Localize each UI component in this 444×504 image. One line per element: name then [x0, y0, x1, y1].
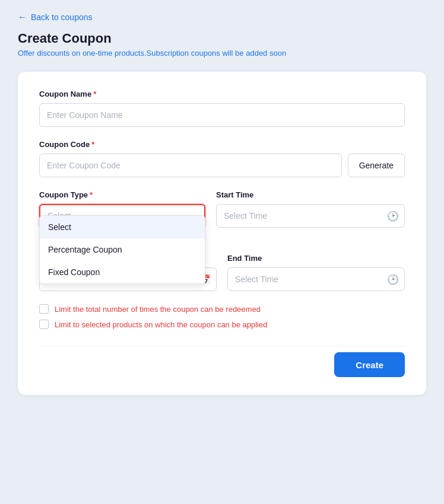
- end-time-input[interactable]: [227, 267, 405, 291]
- form-footer: Create: [39, 346, 405, 377]
- coupon-type-label: Coupon Type *: [39, 190, 205, 199]
- limit-products-checkbox[interactable]: [39, 320, 49, 329]
- generate-button[interactable]: Generate: [348, 154, 405, 177]
- dropdown-item-select[interactable]: Select: [40, 216, 205, 238]
- limit-redeem-label: Limit the total number of times the coup…: [55, 305, 261, 314]
- coupon-name-group: Coupon Name *: [39, 90, 405, 127]
- coupon-code-group: Coupon Code * Generate: [39, 140, 405, 177]
- checkboxes-section: Limit the total number of times the coup…: [39, 304, 405, 329]
- form-card: Coupon Name * Coupon Code * Generate Cou…: [18, 72, 426, 395]
- create-button[interactable]: Create: [334, 352, 405, 377]
- dropdown-item-fixed[interactable]: Fixed Coupon: [40, 261, 205, 283]
- end-time-label: End Time: [227, 254, 405, 263]
- start-time-wrapper: 🕑: [216, 204, 405, 228]
- page-subtitle: Offer discounts on one-time products.Sub…: [18, 49, 426, 58]
- back-link[interactable]: ← Back to coupons: [18, 12, 426, 23]
- dropdown-item-percentage[interactable]: Percentage Coupon: [40, 238, 205, 261]
- back-arrow-icon: ←: [18, 12, 27, 23]
- page-title: Create Coupon: [18, 31, 426, 46]
- coupon-name-label: Coupon Name *: [39, 90, 405, 98]
- end-time-group: End Time 🕑: [227, 254, 405, 291]
- checkbox-row-2: Limit to selected products on which the …: [39, 320, 405, 329]
- checkbox-row-1: Limit the total number of times the coup…: [39, 304, 405, 314]
- coupon-name-input[interactable]: [39, 103, 405, 127]
- required-star-code: *: [91, 140, 94, 149]
- end-time-wrapper: 🕑: [227, 267, 405, 291]
- start-time-group: Start Time 🕑: [216, 190, 405, 228]
- start-time-label: Start Time: [216, 190, 405, 199]
- start-time-input[interactable]: [216, 204, 405, 228]
- required-star: *: [93, 90, 96, 98]
- coupon-code-row: Generate: [39, 154, 405, 177]
- limit-products-label: Limit to selected products on which the …: [55, 320, 267, 329]
- coupon-code-input[interactable]: [39, 154, 342, 177]
- coupon-type-group: Coupon Type * Select ⌄ Select Percentage…: [39, 190, 205, 228]
- coupon-type-dropdown: Select Percentage Coupon Fixed Coupon: [39, 215, 205, 284]
- required-star-type: *: [90, 190, 93, 199]
- coupon-code-label: Coupon Code *: [39, 140, 405, 149]
- back-link-label: Back to coupons: [31, 12, 93, 22]
- limit-redeem-checkbox[interactable]: [39, 304, 49, 314]
